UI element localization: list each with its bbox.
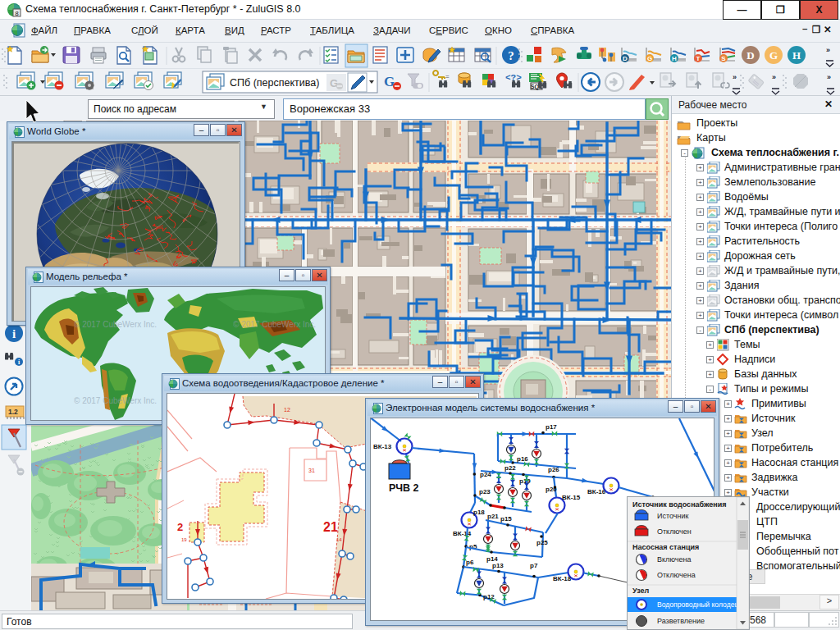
svg-text:p13: p13 — [492, 562, 504, 569]
svg-text:ВК-16: ВК-16 — [587, 488, 606, 495]
svg-text:p20: p20 — [546, 486, 557, 493]
svg-text:»: » — [772, 73, 776, 81]
svg-text:Включена: Включена — [657, 555, 692, 564]
svg-text:Разветвление: Разветвление — [657, 617, 705, 625]
svg-text:=: = — [445, 73, 450, 80]
svg-text:8: 8 — [15, 10, 19, 17]
svg-text:H: H — [672, 55, 677, 62]
svg-text:G: G — [769, 49, 778, 62]
svg-text:19: 19 — [181, 537, 187, 542]
svg-text:p25: p25 — [536, 539, 548, 546]
svg-text:T: T — [696, 55, 701, 62]
svg-text:p17: p17 — [546, 423, 557, 431]
svg-text:p22: p22 — [504, 464, 516, 472]
svg-text:»: » — [827, 73, 831, 81]
svg-text:21: 21 — [323, 520, 338, 534]
svg-text:Источник: Источник — [657, 512, 688, 520]
svg-text:H: H — [792, 49, 801, 62]
svg-text:ВК-18: ВК-18 — [553, 575, 572, 582]
svg-text:D: D — [746, 49, 754, 62]
svg-text:31: 31 — [308, 468, 315, 473]
svg-text:S: S — [721, 55, 726, 62]
svg-text:p23: p23 — [479, 488, 491, 495]
svg-text:Отключена: Отключена — [657, 571, 696, 579]
svg-text:1.2: 1.2 — [8, 408, 18, 416]
svg-text:D: D — [623, 55, 628, 62]
svg-text:© 2017 CubeWerx Inc.: © 2017 CubeWerx Inc. — [74, 320, 157, 329]
svg-text:p12: p12 — [483, 593, 495, 600]
svg-text:p21: p21 — [487, 513, 499, 520]
svg-text:G: G — [647, 55, 652, 62]
svg-text:»: » — [826, 46, 830, 54]
svg-text:Насосная станция: Насосная станция — [632, 543, 699, 551]
svg-text:ВК-13: ВК-13 — [373, 443, 392, 450]
svg-text:РЧВ 2: РЧВ 2 — [389, 482, 419, 494]
svg-text:p18: p18 — [473, 509, 485, 516]
svg-text:12: 12 — [284, 407, 290, 413]
svg-text:Водопроводный колодец: Водопроводный колодец — [657, 600, 738, 609]
svg-text:Источник водоснабжения: Источник водоснабжения — [632, 500, 727, 509]
svg-text:Отключен: Отключен — [657, 527, 692, 536]
svg-text:p26: p26 — [548, 466, 559, 473]
svg-text:СПб (перспектива): СПб (перспектива) — [230, 77, 319, 89]
svg-text:2: 2 — [177, 521, 183, 533]
svg-text:p7: p7 — [530, 562, 538, 569]
svg-text:p6: p6 — [466, 559, 474, 566]
svg-text:p15: p15 — [500, 515, 512, 523]
svg-text:p16: p16 — [517, 455, 528, 463]
svg-text:© 2017 CubeWerx Inc.: © 2017 CubeWerx Inc. — [74, 396, 157, 405]
svg-text:14: 14 — [336, 537, 342, 542]
svg-text:ВК-15: ВК-15 — [562, 494, 581, 501]
svg-text:i: i — [12, 327, 16, 340]
svg-text:Узел: Узел — [632, 587, 650, 595]
svg-text:»: » — [733, 73, 737, 81]
svg-text:© 2017 CubeWerx Inc.: © 2017 CubeWerx Inc. — [233, 320, 316, 329]
svg-text:?: ? — [508, 49, 514, 62]
